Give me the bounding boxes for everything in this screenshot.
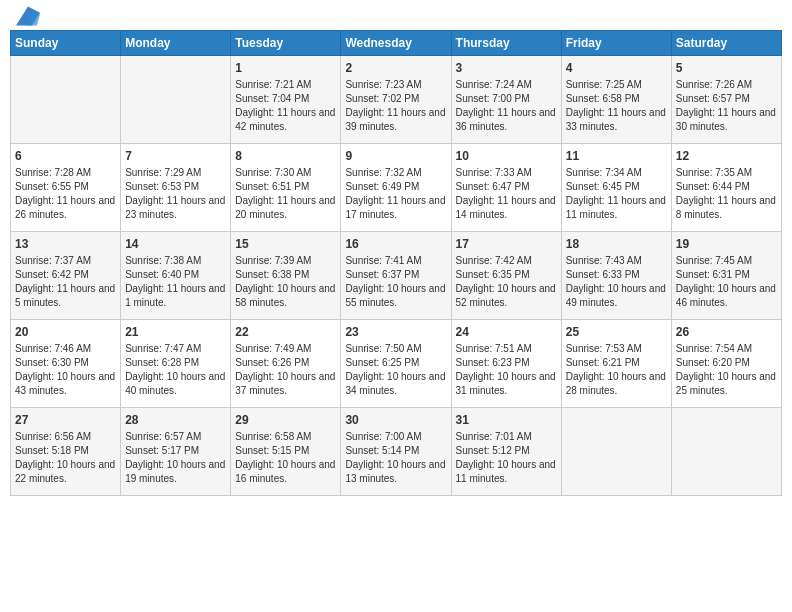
col-header-tuesday: Tuesday <box>231 31 341 56</box>
day-info-line: Sunrise: 7:23 AM <box>345 78 446 92</box>
day-info: Sunrise: 7:46 AMSunset: 6:30 PMDaylight:… <box>15 342 116 398</box>
calendar-cell: 3Sunrise: 7:24 AMSunset: 7:00 PMDaylight… <box>451 56 561 144</box>
day-number: 29 <box>235 412 336 428</box>
day-info: Sunrise: 7:45 AMSunset: 6:31 PMDaylight:… <box>676 254 777 310</box>
day-info: Sunrise: 7:37 AMSunset: 6:42 PMDaylight:… <box>15 254 116 310</box>
calendar-cell: 19Sunrise: 7:45 AMSunset: 6:31 PMDayligh… <box>671 232 781 320</box>
calendar-cell: 29Sunrise: 6:58 AMSunset: 5:15 PMDayligh… <box>231 408 341 496</box>
calendar-cell: 2Sunrise: 7:23 AMSunset: 7:02 PMDaylight… <box>341 56 451 144</box>
col-header-sunday: Sunday <box>11 31 121 56</box>
day-info-line: Daylight: 11 hours and 39 minutes. <box>345 106 446 134</box>
col-header-thursday: Thursday <box>451 31 561 56</box>
day-number: 4 <box>566 60 667 76</box>
calendar-cell: 30Sunrise: 7:00 AMSunset: 5:14 PMDayligh… <box>341 408 451 496</box>
day-number: 22 <box>235 324 336 340</box>
day-info-line: Sunset: 6:40 PM <box>125 268 226 282</box>
day-info-line: Sunrise: 7:29 AM <box>125 166 226 180</box>
day-number: 8 <box>235 148 336 164</box>
day-number: 15 <box>235 236 336 252</box>
day-info-line: Sunrise: 7:33 AM <box>456 166 557 180</box>
day-info-line: Sunset: 6:37 PM <box>345 268 446 282</box>
day-info-line: Daylight: 10 hours and 49 minutes. <box>566 282 667 310</box>
day-info-line: Daylight: 10 hours and 58 minutes. <box>235 282 336 310</box>
day-info-line: Sunset: 6:42 PM <box>15 268 116 282</box>
calendar-cell: 25Sunrise: 7:53 AMSunset: 6:21 PMDayligh… <box>561 320 671 408</box>
day-info-line: Sunset: 6:21 PM <box>566 356 667 370</box>
day-number: 27 <box>15 412 116 428</box>
day-info-line: Daylight: 11 hours and 33 minutes. <box>566 106 667 134</box>
calendar-cell: 27Sunrise: 6:56 AMSunset: 5:18 PMDayligh… <box>11 408 121 496</box>
day-info: Sunrise: 7:49 AMSunset: 6:26 PMDaylight:… <box>235 342 336 398</box>
day-info: Sunrise: 7:28 AMSunset: 6:55 PMDaylight:… <box>15 166 116 222</box>
day-number: 20 <box>15 324 116 340</box>
day-info-line: Daylight: 10 hours and 34 minutes. <box>345 370 446 398</box>
calendar-cell: 4Sunrise: 7:25 AMSunset: 6:58 PMDaylight… <box>561 56 671 144</box>
calendar-cell <box>561 408 671 496</box>
day-info: Sunrise: 7:41 AMSunset: 6:37 PMDaylight:… <box>345 254 446 310</box>
day-info: Sunrise: 7:21 AMSunset: 7:04 PMDaylight:… <box>235 78 336 134</box>
day-info: Sunrise: 7:26 AMSunset: 6:57 PMDaylight:… <box>676 78 777 134</box>
calendar-cell <box>671 408 781 496</box>
day-info: Sunrise: 7:33 AMSunset: 6:47 PMDaylight:… <box>456 166 557 222</box>
day-info-line: Sunrise: 7:30 AM <box>235 166 336 180</box>
day-info-line: Sunset: 6:30 PM <box>15 356 116 370</box>
day-info-line: Sunrise: 7:39 AM <box>235 254 336 268</box>
day-info-line: Sunrise: 7:42 AM <box>456 254 557 268</box>
calendar-week-1: 6Sunrise: 7:28 AMSunset: 6:55 PMDaylight… <box>11 144 782 232</box>
calendar-cell: 24Sunrise: 7:51 AMSunset: 6:23 PMDayligh… <box>451 320 561 408</box>
day-info-line: Sunset: 6:55 PM <box>15 180 116 194</box>
day-info-line: Daylight: 11 hours and 36 minutes. <box>456 106 557 134</box>
day-info-line: Sunset: 5:17 PM <box>125 444 226 458</box>
day-info-line: Sunset: 6:20 PM <box>676 356 777 370</box>
day-info: Sunrise: 7:25 AMSunset: 6:58 PMDaylight:… <box>566 78 667 134</box>
calendar-cell: 18Sunrise: 7:43 AMSunset: 6:33 PMDayligh… <box>561 232 671 320</box>
day-number: 11 <box>566 148 667 164</box>
day-info: Sunrise: 7:43 AMSunset: 6:33 PMDaylight:… <box>566 254 667 310</box>
logo <box>14 14 40 22</box>
day-info-line: Sunrise: 7:24 AM <box>456 78 557 92</box>
day-info-line: Sunrise: 7:32 AM <box>345 166 446 180</box>
page-header <box>10 10 782 22</box>
day-info-line: Sunrise: 7:41 AM <box>345 254 446 268</box>
day-number: 7 <box>125 148 226 164</box>
day-info-line: Sunrise: 7:43 AM <box>566 254 667 268</box>
day-info: Sunrise: 7:24 AMSunset: 7:00 PMDaylight:… <box>456 78 557 134</box>
day-info-line: Daylight: 10 hours and 52 minutes. <box>456 282 557 310</box>
day-number: 25 <box>566 324 667 340</box>
day-info: Sunrise: 7:42 AMSunset: 6:35 PMDaylight:… <box>456 254 557 310</box>
calendar-cell: 15Sunrise: 7:39 AMSunset: 6:38 PMDayligh… <box>231 232 341 320</box>
day-info-line: Sunset: 7:04 PM <box>235 92 336 106</box>
calendar-cell: 22Sunrise: 7:49 AMSunset: 6:26 PMDayligh… <box>231 320 341 408</box>
day-info-line: Daylight: 10 hours and 11 minutes. <box>456 458 557 486</box>
calendar-cell: 9Sunrise: 7:32 AMSunset: 6:49 PMDaylight… <box>341 144 451 232</box>
day-info-line: Sunrise: 7:47 AM <box>125 342 226 356</box>
calendar-table: SundayMondayTuesdayWednesdayThursdayFrid… <box>10 30 782 496</box>
day-info-line: Daylight: 11 hours and 42 minutes. <box>235 106 336 134</box>
day-info-line: Sunrise: 7:26 AM <box>676 78 777 92</box>
header-row: SundayMondayTuesdayWednesdayThursdayFrid… <box>11 31 782 56</box>
day-info: Sunrise: 6:58 AMSunset: 5:15 PMDaylight:… <box>235 430 336 486</box>
day-number: 3 <box>456 60 557 76</box>
day-info: Sunrise: 6:56 AMSunset: 5:18 PMDaylight:… <box>15 430 116 486</box>
day-info-line: Daylight: 10 hours and 25 minutes. <box>676 370 777 398</box>
day-info: Sunrise: 7:47 AMSunset: 6:28 PMDaylight:… <box>125 342 226 398</box>
day-number: 9 <box>345 148 446 164</box>
day-info: Sunrise: 7:50 AMSunset: 6:25 PMDaylight:… <box>345 342 446 398</box>
day-info-line: Sunrise: 6:56 AM <box>15 430 116 444</box>
day-info-line: Sunrise: 7:53 AM <box>566 342 667 356</box>
day-info-line: Sunset: 5:14 PM <box>345 444 446 458</box>
day-info-line: Sunset: 6:44 PM <box>676 180 777 194</box>
day-info-line: Daylight: 11 hours and 5 minutes. <box>15 282 116 310</box>
day-info-line: Sunrise: 7:21 AM <box>235 78 336 92</box>
day-info-line: Sunset: 6:35 PM <box>456 268 557 282</box>
day-info-line: Sunset: 6:38 PM <box>235 268 336 282</box>
calendar-cell: 10Sunrise: 7:33 AMSunset: 6:47 PMDayligh… <box>451 144 561 232</box>
calendar-cell: 13Sunrise: 7:37 AMSunset: 6:42 PMDayligh… <box>11 232 121 320</box>
day-number: 21 <box>125 324 226 340</box>
day-number: 31 <box>456 412 557 428</box>
day-info-line: Daylight: 10 hours and 40 minutes. <box>125 370 226 398</box>
day-number: 16 <box>345 236 446 252</box>
day-info-line: Sunset: 5:12 PM <box>456 444 557 458</box>
day-info-line: Sunset: 6:57 PM <box>676 92 777 106</box>
day-number: 17 <box>456 236 557 252</box>
